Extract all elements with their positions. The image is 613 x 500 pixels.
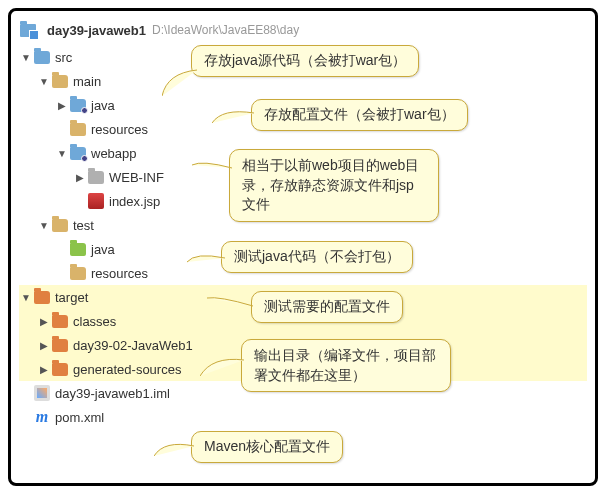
- tree-label: resources: [91, 122, 148, 137]
- callout-test-java: 测试java代码（不会打包）: [221, 241, 413, 273]
- module-icon: [19, 21, 37, 39]
- project-name: day39-javaweb1: [47, 23, 146, 38]
- callout-text: 测试java代码（不会打包）: [234, 248, 400, 264]
- caret-right-icon[interactable]: ▶: [37, 340, 51, 351]
- folder-icon: [51, 312, 69, 330]
- project-path: D:\IdeaWork\JavaEE88\day: [152, 23, 299, 37]
- caret-right-icon[interactable]: ▶: [37, 364, 51, 375]
- resources-folder-icon: [69, 120, 87, 138]
- callout-text: 输出目录（编译文件，项目部署文件都在这里）: [254, 347, 436, 383]
- tree-label: target: [55, 290, 88, 305]
- folder-icon: [33, 48, 51, 66]
- folder-icon: [51, 216, 69, 234]
- tree-label: generated-sources: [73, 362, 181, 377]
- callout-pom: Maven核心配置文件: [191, 431, 343, 463]
- callout-test-resources: 测试需要的配置文件: [251, 291, 403, 323]
- caret-down-icon[interactable]: ▼: [37, 220, 51, 231]
- tree-label: day39-javaweb1.iml: [55, 386, 170, 401]
- tree-label: WEB-INF: [109, 170, 164, 185]
- tree-label: java: [91, 98, 115, 113]
- tree-row-pom[interactable]: ▶ m pom.xml: [19, 405, 587, 429]
- folder-icon: [51, 72, 69, 90]
- folder-icon: [51, 360, 69, 378]
- callout-text: 存放java源代码（会被打war包）: [204, 52, 406, 68]
- jsp-file-icon: [87, 192, 105, 210]
- project-header: day39-javaweb1 D:\IdeaWork\JavaEE88\day: [19, 21, 587, 39]
- callout-text: 测试需要的配置文件: [264, 298, 390, 314]
- caret-down-icon[interactable]: ▼: [55, 148, 69, 159]
- source-folder-icon: [69, 96, 87, 114]
- excluded-folder-icon: [33, 288, 51, 306]
- callout-text: 相当于以前web项目的web目录，存放静态资源文件和jsp文件: [242, 157, 419, 212]
- tree-label: pom.xml: [55, 410, 104, 425]
- tree-label: test: [73, 218, 94, 233]
- caret-down-icon[interactable]: ▼: [19, 292, 33, 303]
- caret-right-icon[interactable]: ▶: [73, 172, 87, 183]
- tree-label: main: [73, 74, 101, 89]
- tree-label: java: [91, 242, 115, 257]
- test-source-folder-icon: [69, 240, 87, 258]
- caret-right-icon[interactable]: ▶: [37, 316, 51, 327]
- tree-label: classes: [73, 314, 116, 329]
- callout-target: 输出目录（编译文件，项目部署文件都在这里）: [241, 339, 451, 392]
- maven-file-icon: m: [33, 408, 51, 426]
- caret-down-icon[interactable]: ▼: [19, 52, 33, 63]
- callout-java-src: 存放java源代码（会被打war包）: [191, 45, 419, 77]
- callout-resources: 存放配置文件（会被打war包）: [251, 99, 468, 131]
- callout-webapp: 相当于以前web项目的web目录，存放静态资源文件和jsp文件: [229, 149, 439, 222]
- folder-icon: [51, 336, 69, 354]
- tree-label: src: [55, 50, 72, 65]
- resources-folder-icon: [69, 264, 87, 282]
- callout-text: Maven核心配置文件: [204, 438, 330, 454]
- tree-label: resources: [91, 266, 148, 281]
- tree-label: index.jsp: [109, 194, 160, 209]
- callout-text: 存放配置文件（会被打war包）: [264, 106, 455, 122]
- folder-icon: [87, 168, 105, 186]
- web-folder-icon: [69, 144, 87, 162]
- tree-label: webapp: [91, 146, 137, 161]
- caret-right-icon[interactable]: ▶: [55, 100, 69, 111]
- tree-label: day39-02-JavaWeb1: [73, 338, 193, 353]
- iml-file-icon: [33, 384, 51, 402]
- caret-down-icon[interactable]: ▼: [37, 76, 51, 87]
